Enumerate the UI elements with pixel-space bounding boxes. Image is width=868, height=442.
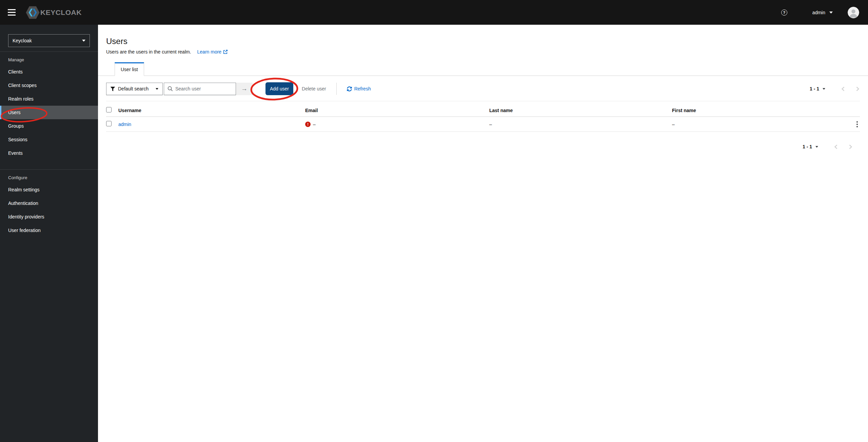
- sidebar-item-sessions[interactable]: Sessions: [0, 133, 98, 146]
- user-menu-label: admin: [812, 10, 825, 15]
- refresh-icon: [347, 86, 352, 91]
- chevron-down-icon: [156, 88, 158, 90]
- chevron-left-icon: [834, 144, 838, 149]
- masthead-toolbar: ? admin: [780, 7, 868, 18]
- page-description-text: Users are the users in the current realm…: [106, 49, 191, 55]
- kebab-icon: [856, 121, 858, 123]
- user-menu-dropdown[interactable]: admin: [812, 10, 833, 15]
- pagination-range-dropdown[interactable]: 1 - 1: [803, 144, 818, 149]
- chevron-down-icon: [815, 146, 818, 148]
- sidebar-item-events[interactable]: Events: [0, 146, 98, 160]
- sidebar-item-user-federation[interactable]: User federation: [0, 224, 98, 237]
- chevron-down-icon: [82, 40, 85, 42]
- page-title: Users: [106, 36, 860, 46]
- add-user-button[interactable]: Add user: [265, 82, 293, 95]
- chevron-right-icon: [848, 144, 853, 149]
- delete-user-button[interactable]: Delete user: [302, 86, 326, 91]
- sidebar-item-realm-roles[interactable]: Realm roles: [0, 92, 98, 106]
- sidebar-item-client-scopes[interactable]: Client scopes: [0, 79, 98, 92]
- learn-more-link[interactable]: Learn more: [197, 49, 228, 55]
- column-header-email: Email: [305, 108, 489, 113]
- row-kebab-menu-button[interactable]: [854, 120, 860, 129]
- users-table: Username Email Last name First name admi…: [106, 101, 860, 132]
- pagination-next-button[interactable]: [855, 86, 860, 91]
- brand-text: KEYCLOAK: [40, 8, 82, 17]
- avatar-button[interactable]: [848, 7, 859, 18]
- tab-user-list[interactable]: User list: [115, 62, 144, 76]
- arrow-right-icon: →: [241, 85, 248, 92]
- main-content: Users Users are the users in the current…: [98, 25, 868, 442]
- pagination-next-button[interactable]: [848, 144, 853, 149]
- pagination-range-dropdown[interactable]: 1 - 1: [810, 86, 825, 91]
- refresh-label: Refresh: [354, 86, 371, 91]
- page-description: Users are the users in the current realm…: [106, 49, 860, 55]
- external-link-icon: [223, 49, 228, 54]
- pagination-top: 1 - 1: [810, 86, 860, 91]
- column-header-last-name: Last name: [489, 108, 672, 113]
- pagination-bottom: 1 - 1: [106, 144, 860, 149]
- search-input[interactable]: [164, 83, 236, 95]
- tab-bar: User list: [98, 62, 868, 76]
- table-row: admin ! – – –: [106, 117, 860, 132]
- realm-selector[interactable]: Keycloak: [8, 34, 90, 47]
- nav-group-configure-label: Configure: [0, 170, 98, 183]
- search-submit-button[interactable]: →: [236, 83, 253, 95]
- sidebar-item-authentication[interactable]: Authentication: [0, 196, 98, 210]
- search-type-dropdown[interactable]: Default search: [106, 83, 163, 95]
- last-name-cell: –: [489, 122, 672, 127]
- toolbar-divider: [336, 83, 337, 95]
- table-header-row: Username Email Last name First name: [106, 101, 860, 117]
- username-link[interactable]: admin: [118, 122, 131, 127]
- chevron-down-icon: [829, 12, 833, 14]
- email-value: –: [313, 122, 316, 127]
- sidebar-item-clients[interactable]: Clients: [0, 65, 98, 79]
- help-button[interactable]: ?: [780, 8, 789, 17]
- keycloak-logo-icon: [26, 6, 40, 19]
- sidebar-item-identity-providers[interactable]: Identity providers: [0, 210, 98, 224]
- chevron-left-icon: [841, 86, 845, 91]
- sidebar-item-users[interactable]: Users: [0, 106, 98, 119]
- row-checkbox[interactable]: [106, 121, 112, 126]
- nav-toggle-button[interactable]: [5, 6, 18, 19]
- masthead: KEYCLOAK ? admin: [0, 0, 868, 25]
- chevron-down-icon: [823, 88, 825, 90]
- hamburger-icon: [8, 9, 16, 10]
- realm-selector-value: Keycloak: [13, 38, 32, 43]
- first-name-cell: –: [672, 122, 845, 127]
- keycloak-logo: KEYCLOAK: [26, 6, 82, 19]
- column-header-username: Username: [118, 108, 305, 113]
- pagination-prev-button[interactable]: [841, 86, 845, 91]
- refresh-button[interactable]: Refresh: [347, 86, 371, 91]
- pagination-prev-button[interactable]: [834, 144, 838, 149]
- chevron-right-icon: [855, 86, 860, 91]
- exclamation-circle-icon: !: [305, 122, 311, 127]
- nav-group-manage-label: Manage: [0, 52, 98, 65]
- filter-icon: [111, 87, 115, 91]
- toolbar: Default search → Add user Delete user: [106, 82, 860, 95]
- email-cell: ! –: [305, 122, 489, 127]
- keycloak-admin-console: KEYCLOAK ? admin Keycloak: [0, 0, 868, 442]
- sidebar-item-groups[interactable]: Groups: [0, 119, 98, 133]
- sidebar-item-realm-settings[interactable]: Realm settings: [0, 183, 98, 196]
- search-group: [164, 83, 236, 95]
- pagination-range-text: 1 - 1: [803, 144, 812, 149]
- search-icon: [167, 86, 173, 91]
- select-all-checkbox[interactable]: [106, 107, 112, 112]
- search-type-label: Default search: [118, 86, 149, 91]
- sidebar: Keycloak Manage Clients Client scopes Re…: [0, 25, 98, 442]
- column-header-first-name: First name: [672, 108, 845, 113]
- learn-more-label: Learn more: [197, 49, 222, 55]
- pagination-range-text: 1 - 1: [810, 86, 819, 91]
- question-circle-icon: ?: [781, 9, 787, 16]
- avatar: [848, 7, 859, 18]
